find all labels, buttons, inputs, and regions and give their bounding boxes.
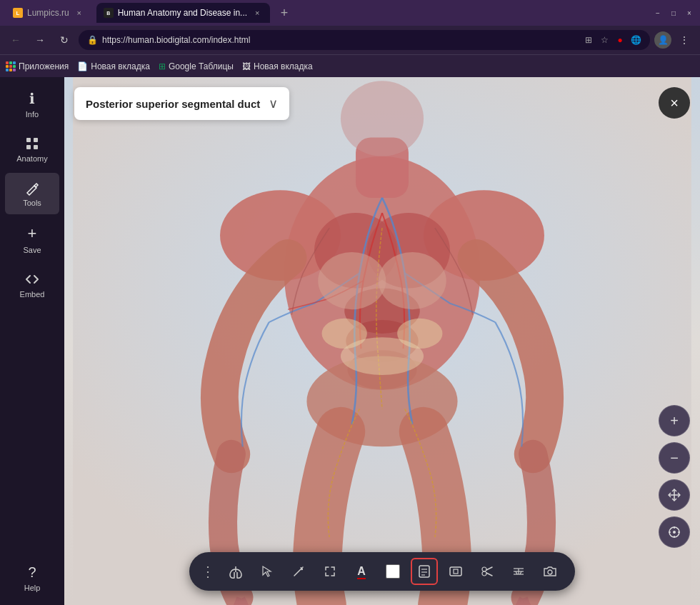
browser-frame: L Lumpics.ru × B Human Anatomy and Disea… <box>0 0 700 605</box>
info-panel-chevron[interactable]: ∨ <box>269 96 278 111</box>
tools-icon <box>24 180 40 196</box>
bookmarks-bar: Приложения 📄 Новая вкладка ⊞ Google Табл… <box>0 54 700 77</box>
capture-icon <box>449 564 463 579</box>
extensions-icon[interactable]: ● <box>614 34 626 46</box>
zoom-in-button[interactable]: + <box>659 405 690 436</box>
right-controls: + − <box>659 405 690 548</box>
zoom-out-button[interactable]: − <box>659 442 690 474</box>
translate-icon[interactable]: ⊞ <box>583 34 594 46</box>
toolbar-btn-color[interactable] <box>379 558 406 585</box>
toolbar-btn-scalpel[interactable] <box>285 558 312 585</box>
sidebar-item-help[interactable]: ? Help <box>5 557 59 599</box>
tab-biodigital-close[interactable]: × <box>251 7 263 19</box>
browser-menu-button[interactable]: ⋮ <box>674 30 694 50</box>
sheets-icon: ⊞ <box>159 61 166 71</box>
bookmark-sheets[interactable]: ⊞ Google Таблицы <box>159 61 234 71</box>
forward-button[interactable]: → <box>30 30 50 50</box>
anatomy-icon <box>24 136 40 151</box>
color-square-white <box>386 564 400 579</box>
sidebar-tools-label: Tools <box>23 199 41 207</box>
pan-button[interactable] <box>659 479 690 511</box>
cursor-icon <box>261 565 274 578</box>
scalpel-icon <box>291 564 306 579</box>
bookmark-newtab1[interactable]: 📄 Новая вкладка <box>77 61 150 71</box>
toolbar-more-dots[interactable]: ⋮ <box>201 563 215 580</box>
toolbar-btn-text[interactable]: A <box>348 558 375 585</box>
toolbar-btn-scissors[interactable] <box>474 558 501 585</box>
anatomy-3d-view[interactable]: Posterior superior segmental duct ∨ × ⋮ <box>64 77 700 605</box>
isolate-icon <box>323 564 337 579</box>
minimize-button[interactable]: − <box>653 8 663 18</box>
tab-biodigital[interactable]: B Human Anatomy and Disease in... × <box>96 3 270 23</box>
bookmark-star-icon[interactable]: ☆ <box>599 34 610 46</box>
sidebar-item-info[interactable]: ℹ Info <box>5 83 59 126</box>
new-tab-button[interactable]: + <box>274 3 294 23</box>
svg-point-35 <box>548 570 552 574</box>
page-icon-2: 🖼 <box>242 61 251 71</box>
content-area: Posterior superior segmental duct ∨ × ⋮ <box>64 77 700 605</box>
svg-rect-0 <box>26 138 31 142</box>
page-icon-1: 📄 <box>77 61 88 71</box>
recenter-button[interactable] <box>659 516 690 548</box>
close-icon: × <box>670 95 679 111</box>
save-icon: + <box>28 224 37 243</box>
info-panel-title: Posterior superior segmental duct <box>86 98 260 110</box>
url-action-icons: ⊞ ☆ ● 🌐 <box>583 34 641 46</box>
sidebar-help-label: Help <box>24 584 41 592</box>
profile-avatar[interactable]: 👤 <box>654 31 671 49</box>
bookmark-apps[interactable]: Приложения <box>6 61 69 71</box>
zoom-out-icon: − <box>670 450 679 466</box>
bookmark-newtab1-label: Новая вкладка <box>91 61 150 71</box>
skeleton-icon <box>511 564 526 579</box>
reload-button[interactable]: ↻ <box>54 30 74 50</box>
toolbar-btn-capture[interactable] <box>442 558 469 585</box>
lungs-icon <box>228 564 244 579</box>
svg-point-27 <box>482 567 486 571</box>
recenter-icon <box>667 525 681 539</box>
maximize-button[interactable]: □ <box>669 8 679 18</box>
toolbar-btn-cursor[interactable] <box>254 558 281 585</box>
url-bar[interactable]: 🔒 https://human.biodigital.com/index.htm… <box>79 30 650 50</box>
sidebar-item-save[interactable]: + Save <box>5 217 59 261</box>
tab-lumpics-close[interactable]: × <box>74 7 85 19</box>
bookmark-newtab2-label: Новая вкладка <box>254 61 313 71</box>
toolbar-btn-isolate[interactable] <box>316 558 344 585</box>
scissors-icon <box>480 564 494 579</box>
world-icon[interactable]: 🌐 <box>630 34 641 46</box>
back-button[interactable]: ← <box>6 30 26 50</box>
main-area: ℹ Info Anatomy Tools <box>0 77 700 605</box>
toolbar-btn-notes[interactable] <box>411 558 438 585</box>
sidebar-save-label: Save <box>23 246 41 254</box>
anatomy-svg <box>64 77 700 605</box>
sidebar-embed-label: Embed <box>20 290 45 299</box>
sidebar-item-tools[interactable]: Tools <box>5 173 59 214</box>
toolbar-btn-systems[interactable] <box>222 558 249 585</box>
sidebar-info-label: Info <box>26 110 39 119</box>
close-button[interactable]: × <box>659 87 690 119</box>
svg-rect-1 <box>34 138 38 142</box>
svg-point-18 <box>341 337 424 375</box>
tab-lumpics[interactable]: L Lumpics.ru × <box>6 3 92 23</box>
lumpics-favicon: L <box>13 8 23 18</box>
svg-rect-26 <box>454 569 458 574</box>
embed-icon <box>24 271 40 287</box>
toolbar-btn-skeleton[interactable] <box>505 558 532 585</box>
apps-icon <box>6 61 16 71</box>
address-bar: ← → ↻ 🔒 https://human.biodigital.com/ind… <box>0 26 700 54</box>
bookmark-newtab2[interactable]: 🖼 Новая вкладка <box>242 61 313 71</box>
svg-point-9 <box>341 81 424 156</box>
bookmark-sheets-label: Google Таблицы <box>169 61 234 71</box>
info-panel: Posterior superior segmental duct ∨ <box>74 87 289 120</box>
toolbar-btn-camera[interactable] <box>536 558 564 585</box>
svg-point-28 <box>482 571 486 576</box>
sidebar-item-anatomy[interactable]: Anatomy <box>5 129 59 170</box>
svg-point-20 <box>379 252 446 309</box>
sidebar-item-embed[interactable]: Embed <box>5 264 59 306</box>
close-window-button[interactable]: × <box>684 8 694 18</box>
info-icon: ℹ <box>29 90 35 107</box>
camera-icon <box>543 564 557 579</box>
text-underline <box>357 578 366 579</box>
notes-icon <box>417 564 431 579</box>
svg-point-19 <box>318 252 386 309</box>
sidebar: ℹ Info Anatomy Tools <box>0 77 64 605</box>
